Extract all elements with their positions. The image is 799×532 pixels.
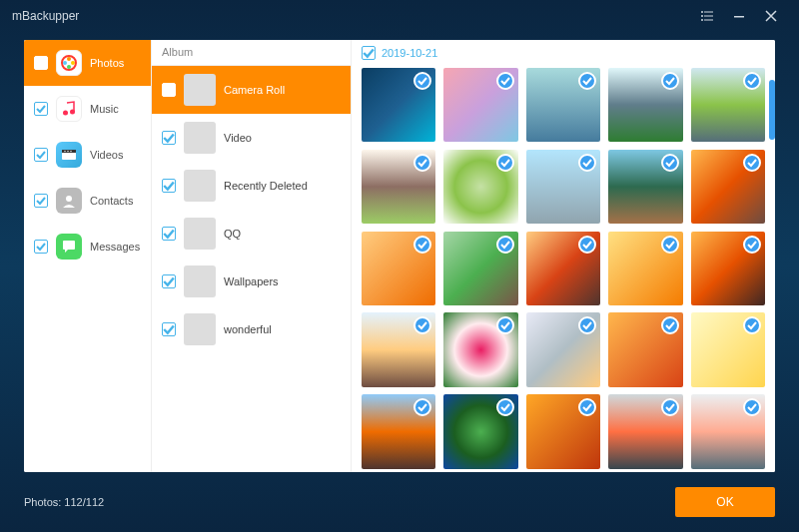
selected-badge-icon[interactable] — [413, 316, 431, 334]
checkbox-icon[interactable] — [34, 194, 48, 208]
album-list: Camera RollVideoRecently DeletedQQWallpa… — [152, 66, 351, 472]
selected-badge-icon[interactable] — [743, 154, 761, 172]
album-item[interactable]: wonderful — [152, 305, 351, 353]
photo-thumbnail[interactable] — [443, 312, 517, 386]
photo-thumbnail[interactable] — [526, 232, 600, 305]
videos-icon — [56, 142, 82, 168]
selected-badge-icon[interactable] — [661, 316, 679, 334]
scrollbar[interactable] — [769, 80, 775, 140]
album-label: Wallpapers — [224, 275, 279, 287]
svg-rect-3 — [704, 16, 713, 17]
photo-thumbnail[interactable] — [443, 68, 517, 142]
album-label: Recently Deleted — [224, 180, 308, 192]
photo-count-label: Photos: 112/112 — [24, 496, 675, 508]
messages-icon — [56, 234, 82, 260]
selected-badge-icon[interactable] — [661, 398, 679, 416]
photo-thumbnail[interactable] — [691, 68, 765, 142]
ok-button[interactable]: OK — [675, 487, 775, 517]
photos-column: 2019-10-21 — [352, 40, 775, 472]
selected-badge-icon[interactable] — [496, 72, 514, 90]
photo-thumbnail[interactable] — [443, 394, 517, 468]
category-videos[interactable]: Videos — [24, 132, 151, 178]
selected-badge-icon[interactable] — [496, 154, 514, 172]
selected-badge-icon[interactable] — [496, 236, 514, 254]
category-messages[interactable]: Messages — [24, 224, 151, 269]
photo-thumbnail[interactable] — [443, 232, 517, 305]
photo-thumbnail[interactable] — [608, 68, 682, 142]
photo-thumbnail[interactable] — [362, 232, 435, 305]
selected-badge-icon[interactable] — [743, 236, 761, 254]
photo-thumbnail[interactable] — [526, 150, 600, 224]
selected-badge-icon[interactable] — [496, 398, 514, 416]
svg-point-19 — [66, 196, 72, 202]
selected-badge-icon[interactable] — [496, 316, 514, 334]
photo-thumbnail[interactable] — [362, 150, 435, 224]
date-group-header[interactable]: 2019-10-21 — [352, 40, 775, 64]
selected-badge-icon[interactable] — [743, 316, 761, 334]
photo-thumbnail[interactable] — [608, 232, 682, 305]
selected-badge-icon[interactable] — [413, 236, 431, 254]
music-icon — [56, 96, 82, 122]
contacts-icon — [56, 188, 82, 214]
photo-thumbnail[interactable] — [362, 394, 435, 468]
photo-thumbnail[interactable] — [608, 394, 682, 468]
selected-badge-icon[interactable] — [413, 398, 431, 416]
photo-thumbnail[interactable] — [691, 232, 765, 305]
photo-thumbnail[interactable] — [526, 312, 600, 386]
svg-point-16 — [64, 151, 65, 152]
selected-badge-icon[interactable] — [661, 72, 679, 90]
category-sidebar: PhotosMusicVideosContactsMessages — [24, 40, 152, 472]
photo-thumbnail[interactable] — [608, 312, 682, 386]
date-checkbox[interactable] — [362, 46, 376, 60]
category-contacts[interactable]: Contacts — [24, 178, 151, 224]
selected-badge-icon[interactable] — [578, 72, 596, 90]
svg-point-11 — [63, 61, 67, 65]
photo-thumbnail[interactable] — [362, 68, 435, 142]
category-photos[interactable]: Photos — [24, 40, 151, 86]
photo-thumbnail[interactable] — [691, 312, 765, 386]
selected-badge-icon[interactable] — [413, 72, 431, 90]
checkbox-icon[interactable] — [34, 102, 48, 116]
selected-badge-icon[interactable] — [413, 154, 431, 172]
selected-badge-icon[interactable] — [578, 398, 596, 416]
svg-point-12 — [63, 111, 68, 116]
svg-point-13 — [70, 110, 75, 115]
selected-badge-icon[interactable] — [743, 72, 761, 90]
category-music[interactable]: Music — [24, 86, 151, 132]
photo-thumbnail[interactable] — [691, 150, 765, 224]
checkbox-icon[interactable] — [162, 274, 176, 288]
photo-thumbnail[interactable] — [443, 150, 517, 224]
photo-thumbnail[interactable] — [526, 68, 600, 142]
checkbox-icon[interactable] — [162, 131, 176, 145]
selected-badge-icon[interactable] — [661, 236, 679, 254]
minimize-icon[interactable] — [723, 0, 755, 32]
album-item[interactable]: Camera Roll — [152, 66, 351, 114]
album-item[interactable]: Wallpapers — [152, 258, 351, 305]
album-item[interactable]: QQ — [152, 210, 351, 258]
selected-badge-icon[interactable] — [578, 236, 596, 254]
checkbox-icon[interactable] — [162, 83, 176, 97]
svg-rect-6 — [734, 16, 744, 18]
menu-icon[interactable] — [691, 0, 723, 32]
selected-badge-icon[interactable] — [743, 398, 761, 416]
photo-thumbnail[interactable] — [608, 150, 682, 224]
close-icon[interactable] — [755, 0, 787, 32]
svg-point-0 — [701, 11, 703, 13]
checkbox-icon[interactable] — [162, 227, 176, 241]
checkbox-icon[interactable] — [34, 240, 48, 254]
checkbox-icon[interactable] — [162, 179, 176, 193]
svg-point-17 — [67, 151, 68, 152]
checkbox-icon[interactable] — [162, 322, 176, 336]
date-label: 2019-10-21 — [382, 47, 437, 59]
album-item[interactable]: Video — [152, 114, 351, 162]
selected-badge-icon[interactable] — [661, 154, 679, 172]
photo-thumbnail[interactable] — [362, 312, 435, 386]
selected-badge-icon[interactable] — [578, 154, 596, 172]
photo-thumbnail[interactable] — [526, 394, 600, 468]
album-item[interactable]: Recently Deleted — [152, 162, 351, 210]
album-label: Video — [224, 132, 252, 144]
checkbox-icon[interactable] — [34, 148, 48, 162]
selected-badge-icon[interactable] — [578, 316, 596, 334]
checkbox-icon[interactable] — [34, 56, 48, 70]
photo-thumbnail[interactable] — [691, 394, 765, 468]
